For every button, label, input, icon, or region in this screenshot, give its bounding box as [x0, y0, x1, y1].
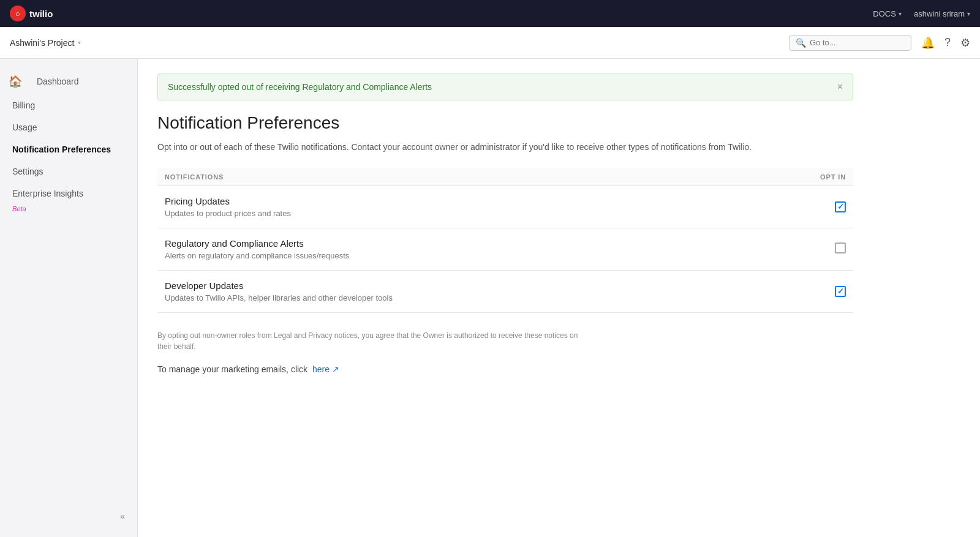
project-chevron-icon: ▾	[78, 39, 81, 46]
user-menu[interactable]: ashwini sriram ▾	[914, 9, 970, 18]
opt-in-checkbox-0[interactable]	[835, 201, 846, 212]
opt-in-checkbox-1[interactable]	[835, 242, 846, 253]
opt-in-checkbox-2[interactable]	[835, 286, 846, 297]
sidebar-item-notification-preferences[interactable]: Notification Preferences	[0, 138, 137, 160]
sidebar-nav: 🏠 Dashboard Billing Usage Notification P…	[0, 69, 137, 219]
sidebar-collapse-button[interactable]: «	[120, 511, 125, 521]
notifications-table: NOTIFICATIONS OPT IN Pricing Updates Upd…	[157, 168, 853, 313]
user-chevron-icon: ▾	[967, 10, 970, 17]
sidebar-item-dashboard[interactable]: 🏠 Dashboard	[0, 69, 137, 94]
checkbox-cell	[792, 186, 853, 228]
footer-note: By opting out non-owner roles from Legal…	[157, 330, 586, 352]
sidebar-item-billing[interactable]: Billing	[0, 94, 137, 116]
search-box[interactable]: 🔍	[789, 35, 911, 51]
help-button[interactable]: ?	[944, 36, 951, 49]
settings-button[interactable]: ⚙	[960, 36, 970, 50]
notif-name: Regulatory and Compliance Alerts	[165, 238, 785, 249]
sidebar-item-usage[interactable]: Usage	[0, 116, 137, 138]
layout: 🏠 Dashboard Billing Usage Notification P…	[0, 59, 980, 537]
twilio-logo: ○ twilio	[10, 6, 53, 21]
page-title: Notification Preferences	[157, 113, 853, 133]
table-row: Regulatory and Compliance Alerts Alerts …	[157, 228, 853, 270]
topbar-right: DOCS ▾ ashwini sriram ▾	[873, 9, 970, 18]
page-description: Opt into or out of each of these Twilio …	[157, 141, 853, 154]
docs-link[interactable]: DOCS ▾	[873, 9, 902, 18]
notif-name: Developer Updates	[165, 280, 785, 291]
main-content: Successfully opted out of receiving Regu…	[138, 59, 980, 537]
docs-chevron-icon: ▾	[899, 10, 902, 17]
user-name-label: ashwini sriram	[914, 9, 965, 18]
twilio-logo-icon: ○	[10, 6, 26, 21]
checkbox-cell	[792, 228, 853, 270]
marketing-line: To manage your marketing emails, click h…	[157, 364, 853, 374]
sidebar-item-label-enterprise-insights: Enterprise Insights	[12, 189, 83, 198]
col-opt-in: OPT IN	[792, 168, 853, 186]
sidebar-item-settings[interactable]: Settings	[0, 160, 137, 182]
sidebar-item-label-billing: Billing	[12, 100, 35, 110]
table-row: Developer Updates Updates to Twilio APIs…	[157, 270, 853, 312]
sidebar-beta-label: Beta	[12, 205, 26, 212]
sidebar-item-label-settings: Settings	[12, 167, 43, 176]
checkbox-cell	[792, 270, 853, 312]
docs-label: DOCS	[873, 9, 896, 18]
sidebar-bottom: «	[0, 505, 137, 527]
marketing-line-prefix: To manage your marketing emails, click	[157, 364, 307, 374]
home-icon-wrap: 🏠	[0, 75, 31, 88]
main-inner: Successfully opted out of receiving Regu…	[138, 59, 873, 389]
sidebar-item-enterprise-insights[interactable]: Enterprise Insights Beta	[0, 182, 137, 219]
notif-desc: Updates to product prices and rates	[165, 209, 785, 218]
sidebar: 🏠 Dashboard Billing Usage Notification P…	[0, 59, 138, 537]
topbar: ○ twilio DOCS ▾ ashwini sriram ▾	[0, 0, 980, 27]
notif-desc: Alerts on regulatory and compliance issu…	[165, 251, 785, 260]
subbar: Ashwini's Project ▾ 🔍 🔔 ? ⚙	[0, 27, 980, 59]
table-row: Pricing Updates Updates to product price…	[157, 186, 853, 228]
project-name: Ashwini's Project	[10, 38, 74, 48]
notif-name: Pricing Updates	[165, 196, 785, 206]
sidebar-item-label-dashboard: Dashboard	[37, 77, 79, 86]
notification-bell-button[interactable]: 🔔	[921, 36, 935, 50]
sidebar-item-label-notification-preferences: Notification Preferences	[12, 145, 111, 154]
col-notifications: NOTIFICATIONS	[157, 168, 792, 186]
home-icon: 🏠	[9, 75, 22, 88]
topbar-left: ○ twilio	[10, 6, 53, 21]
success-alert: Successfully opted out of receiving Regu…	[157, 73, 853, 100]
subbar-right: 🔍 🔔 ? ⚙	[789, 35, 970, 51]
search-input[interactable]	[810, 38, 905, 47]
notif-desc: Updates to Twilio APIs, helper libraries…	[165, 293, 785, 302]
alert-message: Successfully opted out of receiving Regu…	[168, 82, 432, 92]
project-selector[interactable]: Ashwini's Project ▾	[10, 38, 81, 48]
alert-close-button[interactable]: ×	[837, 81, 843, 92]
marketing-link[interactable]: here ↗	[312, 364, 339, 374]
search-icon: 🔍	[796, 38, 806, 48]
sidebar-item-label-usage: Usage	[12, 122, 37, 132]
twilio-logo-text: twilio	[29, 9, 53, 19]
